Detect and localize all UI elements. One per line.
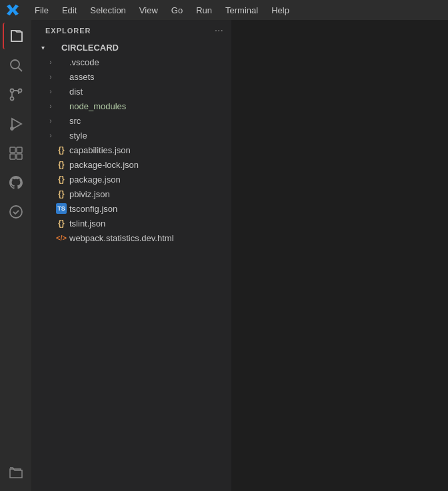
tslint-label: tslint.json [69, 219, 105, 229]
activity-todo[interactable] [3, 199, 29, 225]
menu-selection[interactable]: Selection [85, 4, 131, 17]
tree-item-vscode[interactable]: › .vscode [32, 55, 231, 69]
svg-rect-10 [10, 154, 15, 159]
menu-bar: File Edit Selection View Go Run Terminal… [29, 4, 295, 17]
tree-item-node-modules[interactable]: › node_modules [32, 99, 231, 113]
folders-icon [8, 464, 24, 480]
json-icon: {} [56, 174, 67, 185]
chevron-right-icon: › [45, 57, 56, 67]
explorer-header: EXPLORER ··· [32, 20, 231, 40]
tree-item-webpack[interactable]: › </> webpack.statistics.dev.html [32, 231, 231, 245]
todo-icon [8, 204, 24, 220]
chevron-down-icon: ▾ [37, 42, 48, 53]
svg-point-5 [10, 97, 13, 101]
github-icon [8, 175, 24, 191]
svg-rect-8 [10, 147, 15, 153]
json-icon: {} [56, 145, 67, 155]
capabilities-label: capabilities.json [69, 145, 131, 155]
folder-icon [48, 42, 59, 53]
webpack-label: webpack.statistics.dev.html [69, 233, 174, 243]
folder-icon [56, 86, 67, 97]
tree-item-tslint[interactable]: › {} tslint.json [32, 216, 231, 231]
activity-run[interactable] [3, 111, 29, 137]
folder-icon [56, 101, 67, 111]
main-layout: EXPLORER ··· ▾ CIRCLECARD › .vscode › [0, 20, 448, 491]
menu-help[interactable]: Help [266, 4, 295, 17]
json-icon: {} [56, 159, 67, 170]
tree-root-folder[interactable]: ▾ CIRCLECARD [32, 40, 231, 55]
tree-item-dist[interactable]: › dist [32, 84, 231, 99]
tree-item-package[interactable]: › {} package.json [32, 172, 231, 187]
svg-point-12 [10, 206, 22, 218]
explorer-icon [9, 28, 25, 44]
folder-icon [56, 130, 67, 141]
tree-item-capabilities[interactable]: › {} capabilities.json [32, 143, 231, 157]
chevron-right-icon: › [45, 115, 56, 126]
tree-item-style[interactable]: › style [32, 128, 231, 143]
sidebar: EXPLORER ··· ▾ CIRCLECARD › .vscode › [32, 20, 232, 491]
activity-extensions[interactable] [3, 140, 29, 167]
svg-point-1 [11, 60, 19, 69]
activity-folders[interactable] [3, 459, 29, 486]
root-folder-label: CIRCLECARD [61, 43, 119, 53]
explorer-more-button[interactable]: ··· [215, 25, 223, 36]
source-control-icon [8, 87, 24, 103]
tree-item-tsconfig[interactable]: › TS tsconfig.json [32, 201, 231, 216]
vscode-label: .vscode [69, 57, 99, 67]
chevron-right-icon: › [45, 130, 56, 141]
activity-source-control[interactable] [3, 81, 29, 108]
main-content [232, 20, 448, 491]
folder-icon [56, 57, 67, 67]
search-icon [8, 57, 24, 73]
dist-label: dist [69, 87, 83, 97]
explorer-title: EXPLORER [45, 27, 91, 35]
style-label: style [69, 131, 87, 141]
package-label: package.json [69, 175, 121, 185]
extensions-icon [8, 145, 24, 161]
chevron-right-icon: › [45, 86, 56, 97]
svg-line-2 [18, 68, 22, 72]
html-icon: </> [56, 233, 67, 243]
svg-rect-9 [17, 147, 22, 153]
tree-item-assets[interactable]: › assets [32, 69, 231, 84]
chevron-right-icon: › [45, 71, 56, 82]
menu-file[interactable]: File [29, 4, 54, 17]
tree-item-src[interactable]: › src [32, 113, 231, 128]
run-debug-icon [8, 116, 24, 132]
chevron-right-icon: › [45, 101, 56, 111]
menu-terminal[interactable]: Terminal [220, 4, 263, 17]
menu-edit[interactable]: Edit [57, 4, 82, 17]
file-tree: ▾ CIRCLECARD › .vscode › assets › [32, 40, 231, 491]
folder-icon [56, 115, 67, 126]
ts-icon: TS [56, 203, 67, 214]
tree-item-pbiviz[interactable]: › {} pbiviz.json [32, 187, 231, 201]
folder-icon [56, 71, 67, 82]
pbiviz-label: pbiviz.json [69, 189, 110, 199]
menu-go[interactable]: Go [166, 4, 188, 17]
svg-rect-11 [17, 154, 22, 159]
svg-point-3 [10, 89, 13, 93]
json-icon: {} [56, 189, 67, 199]
activity-explorer[interactable] [3, 23, 29, 49]
vscode-logo-icon [7, 4, 19, 16]
src-label: src [69, 116, 81, 126]
titlebar: File Edit Selection View Go Run Terminal… [0, 0, 448, 20]
node-modules-label: node_modules [69, 101, 126, 111]
package-lock-label: package-lock.json [69, 160, 139, 170]
activity-search[interactable] [3, 52, 29, 79]
menu-run[interactable]: Run [191, 4, 217, 17]
tsconfig-label: tsconfig.json [69, 204, 117, 214]
assets-label: assets [69, 72, 95, 82]
menu-view[interactable]: View [134, 4, 163, 17]
svg-rect-0 [13, 33, 20, 39]
activity-bar [0, 20, 32, 491]
tree-item-package-lock[interactable]: › {} package-lock.json [32, 157, 231, 172]
json-icon: {} [56, 218, 67, 229]
activity-github[interactable] [3, 169, 29, 196]
